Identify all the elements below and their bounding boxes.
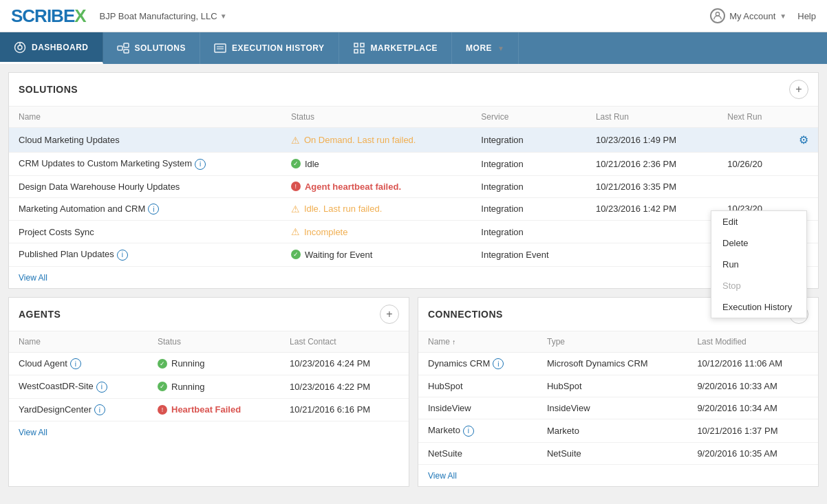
status-green-icon: ✓ xyxy=(158,382,167,391)
info-icon[interactable]: i xyxy=(117,250,128,261)
connections-col-type: Type xyxy=(537,331,687,353)
table-row[interactable]: Design Data Warehouse Hourly Updates ! A… xyxy=(9,175,818,197)
solution-status: ⚠ Incomplete xyxy=(291,226,462,237)
info-icon[interactable]: i xyxy=(70,358,81,369)
table-row[interactable]: NetSuite NetSuite 9/20/2016 10:35 AM xyxy=(418,442,818,464)
agents-connections-row: AGENTS + Name Status Last Contact Cloud … xyxy=(8,297,819,495)
solution-status-text: Idle. Last run failed. xyxy=(304,204,382,214)
table-row[interactable]: HubSpot HubSpot 9/20/2016 10:33 AM xyxy=(418,375,818,397)
agent-lastcontact-cell: 10/21/2016 6:16 PM xyxy=(280,398,409,421)
connections-view-all-link[interactable]: View All xyxy=(428,471,457,481)
info-icon[interactable]: i xyxy=(195,159,206,170)
connection-type-cell: Marketo xyxy=(537,419,687,443)
info-icon[interactable]: i xyxy=(148,204,159,215)
solution-status: ⚠ Idle. Last run failed. xyxy=(291,204,462,215)
agents-table: Name Status Last Contact Cloud Agenti ✓ … xyxy=(9,331,409,422)
info-icon[interactable]: i xyxy=(493,358,504,369)
nav-item-solutions[interactable]: SOLUTIONS xyxy=(103,32,201,64)
info-icon[interactable]: i xyxy=(96,382,107,393)
svg-point-2 xyxy=(18,45,22,50)
solutions-add-button[interactable]: + xyxy=(789,80,808,99)
table-row[interactable]: Cloud Agenti ✓ Running 10/23/2016 4:24 P… xyxy=(9,352,409,375)
solution-name-cell: CRM Updates to Custom Marketing Systemi xyxy=(9,153,281,176)
solutions-col-service: Service xyxy=(471,107,586,128)
context-menu-item-run[interactable]: Run xyxy=(711,254,806,275)
agent-status: ✓ Running xyxy=(158,358,270,369)
nav-item-marketplace[interactable]: MARKETPLACE xyxy=(339,32,453,64)
table-row[interactable]: Marketoi Marketo 10/21/2016 1:37 PM xyxy=(418,419,818,443)
help-button[interactable]: Help xyxy=(797,11,816,21)
account-button[interactable]: My Account ▼ xyxy=(710,8,786,23)
nav-item-dashboard[interactable]: DASHBOARD xyxy=(0,32,103,64)
agent-name: YardDesignCenter xyxy=(19,404,92,415)
info-icon[interactable]: i xyxy=(94,404,105,415)
nav-item-more[interactable]: MORE ▼ xyxy=(452,32,519,64)
table-row[interactable]: Marketing Automation and CRMi ⚠ Idle. La… xyxy=(9,197,818,221)
solutions-view-all-link[interactable]: View All xyxy=(19,273,47,283)
solution-lastrun-cell xyxy=(586,221,718,243)
solution-actions-cell xyxy=(789,175,818,197)
solution-status-cell: ! Agent heartbeat failed. xyxy=(281,175,471,197)
solution-status: ✓ Waiting for Event xyxy=(291,250,462,260)
agents-col-lastcontact: Last Contact xyxy=(280,331,409,353)
table-row[interactable]: Dynamics CRMi Microsoft Dynamics CRM 10/… xyxy=(418,352,818,375)
sort-arrow-icon: ↑ xyxy=(452,338,455,346)
nav-item-execution-history[interactable]: EXECUTION HISTORY xyxy=(200,32,339,64)
connection-name-cell: InsideView xyxy=(418,397,537,419)
connections-col-lastmodified: Last Modified xyxy=(687,331,818,353)
account-label: My Account xyxy=(729,11,775,21)
table-row[interactable]: YardDesignCenteri ! Heartbeat Failed 10/… xyxy=(9,398,409,421)
solution-name-cell: Marketing Automation and CRMi xyxy=(9,197,281,221)
agents-col-name: Name xyxy=(9,331,148,353)
solution-name: CRM Updates to Custom Marketing System xyxy=(19,158,192,168)
connections-table: Name ↑ Type Last Modified Dynamics CRMi … xyxy=(418,331,818,465)
agents-col-status: Status xyxy=(148,331,280,353)
solutions-col-nextrun: Next Run xyxy=(718,107,789,128)
svg-rect-4 xyxy=(118,46,122,50)
solutions-context-menu: EditDeleteRunStopExecution History xyxy=(711,210,807,318)
status-red-icon: ! xyxy=(158,405,167,415)
company-name: BJP Boat Manufacturing, LLC xyxy=(100,11,217,21)
table-row[interactable]: Published Plan Updatesi ✓ Waiting for Ev… xyxy=(9,243,818,267)
info-icon[interactable]: i xyxy=(463,426,474,437)
table-row[interactable]: Project Costs Sync ⚠ Incomplete Integrat… xyxy=(9,221,818,243)
company-dropdown-icon: ▼ xyxy=(220,12,227,20)
agent-name-cell: YardDesignCenteri xyxy=(9,398,148,421)
connections-view-all: View All xyxy=(418,465,818,486)
solution-status-cell: ⚠ Incomplete xyxy=(281,221,471,243)
agents-section: AGENTS + Name Status Last Contact Cloud … xyxy=(8,297,409,487)
nav-label-execution-history: EXECUTION HISTORY xyxy=(232,43,325,53)
agent-lastcontact-cell: 10/23/2016 4:24 PM xyxy=(280,352,409,375)
solution-status-text: Incomplete xyxy=(304,227,348,237)
header-right: My Account ▼ Help xyxy=(710,8,816,23)
table-row[interactable]: Cloud Marketing Updates ⚠ On Demand. Las… xyxy=(9,128,818,153)
agents-add-button[interactable]: + xyxy=(380,305,399,324)
solutions-icon xyxy=(117,42,129,54)
solution-nextrun-cell xyxy=(718,128,789,153)
agents-section-header: AGENTS + xyxy=(9,298,409,331)
connection-type-cell: NetSuite xyxy=(537,442,687,464)
context-menu-item-delete[interactable]: Delete xyxy=(711,232,806,254)
status-warn-icon: ⚠ xyxy=(291,204,300,215)
solution-status-cell: ⚠ Idle. Last run failed. xyxy=(281,197,471,221)
solutions-col-lastrun: Last Run xyxy=(586,107,718,128)
solution-actions-cell xyxy=(789,153,818,176)
context-menu-item-execution-history[interactable]: Execution History xyxy=(711,296,806,318)
table-row[interactable]: WestCoastDR-Sitei ✓ Running 10/23/2016 4… xyxy=(9,375,409,399)
agent-name-cell: Cloud Agenti xyxy=(9,352,148,375)
connection-name-cell: Marketoi xyxy=(418,419,537,443)
nav-label-solutions: SOLUTIONS xyxy=(135,43,186,53)
logo: SCRIBEX xyxy=(11,6,86,27)
account-icon xyxy=(710,8,725,23)
gear-icon[interactable]: ⚙ xyxy=(799,134,808,146)
table-row[interactable]: CRM Updates to Custom Marketing Systemi … xyxy=(9,153,818,176)
context-menu-item-edit[interactable]: Edit xyxy=(711,211,806,232)
agents-view-all-link[interactable]: View All xyxy=(19,428,47,437)
connections-title: CONNECTIONS xyxy=(428,309,503,320)
svg-rect-12 xyxy=(354,50,358,53)
agents-title: AGENTS xyxy=(19,309,61,320)
agent-status-cell: ✓ Running xyxy=(148,375,280,399)
table-row[interactable]: InsideView InsideView 9/20/2016 10:34 AM xyxy=(418,397,818,419)
connection-name: Marketo xyxy=(428,425,460,435)
company-selector[interactable]: BJP Boat Manufacturing, LLC ▼ xyxy=(100,11,227,21)
